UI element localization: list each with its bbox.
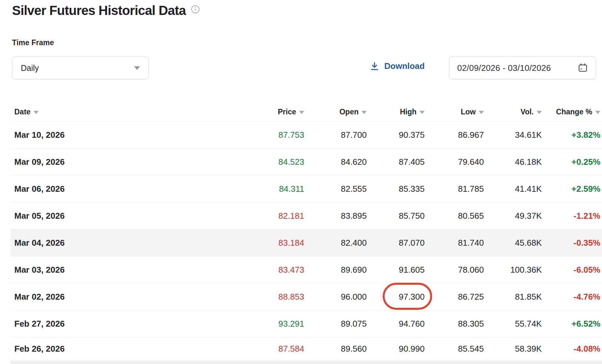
cell-date[interactable]: Mar 09, 2026 bbox=[10, 157, 255, 167]
table-row: Mar 02, 202688.85396.00097.30086.72581.8… bbox=[10, 283, 602, 310]
cell-high: 94.760 bbox=[367, 319, 425, 329]
chevron-down-icon bbox=[134, 66, 140, 70]
cell-vol: 55.74K bbox=[484, 319, 542, 329]
cell-chg: +0.25% bbox=[542, 157, 600, 167]
column-header-label: Date bbox=[14, 108, 31, 116]
cell-low: 78.060 bbox=[425, 265, 484, 275]
cell-open: 82.555 bbox=[304, 184, 367, 194]
cell-price: 82.181 bbox=[255, 211, 304, 221]
cell-low: 80.565 bbox=[425, 211, 484, 221]
cell-open: 89.075 bbox=[304, 319, 367, 329]
column-header-label: Low bbox=[461, 108, 476, 116]
cell-price: 87.584 bbox=[255, 344, 304, 354]
cell-date[interactable]: Feb 26, 2026 bbox=[10, 344, 255, 354]
cell-open: 89.690 bbox=[304, 265, 367, 275]
cell-open: 82.400 bbox=[304, 238, 367, 248]
table-row: Mar 10, 202687.75387.70090.37586.96734.6… bbox=[10, 121, 602, 148]
info-icon[interactable] bbox=[191, 5, 200, 14]
cell-low: 79.640 bbox=[425, 157, 484, 167]
cell-date[interactable]: Mar 03, 2026 bbox=[10, 265, 255, 275]
cell-vol: 58.39K bbox=[484, 344, 542, 354]
cell-chg: -4.08% bbox=[542, 344, 600, 354]
page-title: Silver Futures Historical Data bbox=[12, 3, 186, 18]
sort-arrow-icon bbox=[479, 111, 484, 114]
download-label: Download bbox=[384, 61, 425, 71]
cell-vol: 81.85K bbox=[484, 292, 542, 302]
cell-date[interactable]: Feb 27, 2026 bbox=[10, 319, 255, 329]
cell-chg: -0.35% bbox=[542, 238, 600, 248]
cell-low: 81.785 bbox=[425, 184, 484, 194]
column-header-high[interactable]: High bbox=[367, 108, 425, 116]
cell-vol: 49.37K bbox=[484, 211, 542, 221]
cell-open: 84.620 bbox=[304, 157, 367, 167]
column-header-label: Price bbox=[278, 108, 296, 116]
cell-chg: -4.76% bbox=[542, 292, 600, 302]
cell-high: 90.990 bbox=[367, 344, 425, 354]
time-frame-label: Time Frame bbox=[12, 38, 54, 47]
cell-high: 90.375 bbox=[367, 130, 425, 140]
cell-date[interactable]: Mar 06, 2026 bbox=[10, 184, 255, 194]
cell-chg: +2.59% bbox=[542, 184, 600, 194]
next-row-partial bbox=[10, 360, 602, 364]
cell-low: 81.740 bbox=[425, 238, 484, 248]
table-row: Feb 27, 202693.29189.07594.76088.30555.7… bbox=[10, 310, 602, 337]
table-row: Mar 06, 202684.31182.55585.33581.78541.4… bbox=[10, 175, 602, 202]
sort-arrow-icon bbox=[419, 111, 425, 114]
column-header-vol[interactable]: Vol. bbox=[484, 108, 542, 116]
sort-arrow-icon bbox=[537, 111, 542, 114]
download-button[interactable]: Download bbox=[370, 61, 425, 71]
date-range-picker[interactable]: 02/09/2026 - 03/10/2026 bbox=[449, 57, 596, 79]
page-header: Silver Futures Historical Data bbox=[12, 3, 200, 18]
cell-high: 85.335 bbox=[367, 184, 425, 194]
cell-high: 87.070 bbox=[367, 238, 425, 248]
cell-vol: 100.36K bbox=[484, 265, 542, 275]
cell-vol: 45.68K bbox=[484, 238, 542, 248]
cell-price: 84.311 bbox=[255, 184, 304, 194]
cell-date[interactable]: Mar 05, 2026 bbox=[10, 211, 255, 221]
table-header: DatePriceOpenHighLowVol.Change % bbox=[10, 103, 602, 121]
cell-date[interactable]: Mar 04, 2026 bbox=[10, 238, 255, 248]
column-header-open[interactable]: Open bbox=[304, 108, 367, 116]
table-row: Mar 04, 202683.18482.40087.07081.74045.6… bbox=[10, 229, 602, 256]
table-row: Mar 09, 202684.52384.62087.40579.64046.1… bbox=[10, 148, 602, 175]
column-header-low[interactable]: Low bbox=[425, 108, 484, 116]
cell-high: 97.300 bbox=[367, 292, 425, 302]
cell-high: 87.405 bbox=[367, 157, 425, 167]
time-frame-dropdown[interactable]: Daily bbox=[12, 57, 149, 79]
column-header-label: Change % bbox=[556, 108, 592, 116]
cell-price: 87.753 bbox=[255, 130, 304, 140]
cell-price: 84.523 bbox=[255, 157, 304, 167]
cell-low: 88.305 bbox=[425, 319, 484, 329]
cell-chg: +6.52% bbox=[542, 319, 600, 329]
cell-chg: -1.21% bbox=[542, 211, 600, 221]
cell-low: 86.967 bbox=[425, 130, 484, 140]
cell-price: 93.291 bbox=[255, 319, 304, 329]
cell-price: 88.853 bbox=[255, 292, 304, 302]
table-row: Mar 05, 202682.18183.89585.75080.56549.3… bbox=[10, 202, 602, 229]
cell-open: 87.700 bbox=[304, 130, 367, 140]
table-body: Mar 10, 202687.75387.70090.37586.96734.6… bbox=[10, 121, 602, 360]
cell-vol: 41.41K bbox=[484, 184, 542, 194]
cell-open: 83.895 bbox=[304, 211, 367, 221]
column-header-label: Open bbox=[339, 108, 359, 116]
cell-low: 86.725 bbox=[425, 292, 484, 302]
cell-high: 91.605 bbox=[367, 265, 425, 275]
cell-chg: +3.82% bbox=[542, 130, 600, 140]
column-header-date[interactable]: Date bbox=[10, 108, 255, 116]
calendar-icon bbox=[578, 63, 588, 73]
cell-vol: 34.61K bbox=[484, 130, 542, 140]
table-row: Feb 26, 202687.58489.56090.99085.54558.3… bbox=[10, 337, 602, 360]
sort-arrow-icon bbox=[362, 111, 367, 114]
download-icon bbox=[370, 61, 379, 71]
cell-price: 83.473 bbox=[255, 265, 304, 275]
column-header-chg[interactable]: Change % bbox=[542, 108, 600, 116]
cell-open: 96.000 bbox=[304, 292, 367, 302]
cell-open: 89.560 bbox=[304, 344, 367, 354]
cell-date[interactable]: Mar 02, 2026 bbox=[10, 292, 255, 302]
column-header-price[interactable]: Price bbox=[255, 108, 304, 116]
cell-vol: 46.18K bbox=[484, 157, 542, 167]
sort-arrow-icon bbox=[595, 111, 600, 114]
cell-high: 85.750 bbox=[367, 211, 425, 221]
cell-price: 83.184 bbox=[255, 238, 304, 248]
cell-date[interactable]: Mar 10, 2026 bbox=[10, 130, 255, 140]
